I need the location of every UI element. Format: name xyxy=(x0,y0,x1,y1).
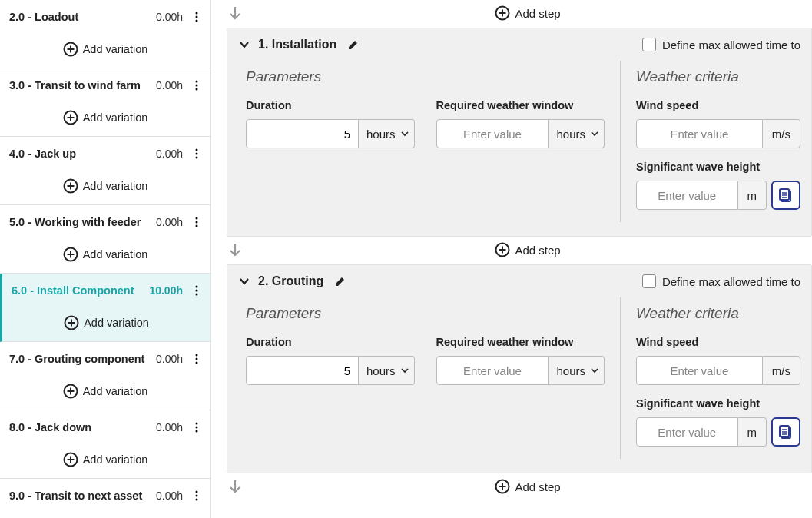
task-hours: 0.00h xyxy=(156,490,183,502)
wind-input[interactable] xyxy=(636,119,763,148)
task-item[interactable]: 7.0 - Grouting component 0.00h Add varia… xyxy=(0,342,210,410)
add-variation-label: Add variation xyxy=(83,385,148,397)
wind-input[interactable] xyxy=(636,356,763,385)
more-icon[interactable] xyxy=(189,281,204,300)
wind-unit[interactable]: m/s xyxy=(763,119,800,148)
wave-label: Significant wave height xyxy=(636,397,800,410)
edit-icon[interactable] xyxy=(331,275,346,287)
window-label: Required weather window xyxy=(436,99,605,111)
step-block: 2. Grouting Define max allowed time to P… xyxy=(227,264,812,473)
plus-circle-icon xyxy=(63,247,78,262)
parameters-heading: Parameters xyxy=(246,68,605,85)
plus-circle-icon xyxy=(63,452,78,467)
duration-input[interactable] xyxy=(246,356,359,385)
define-max-checkbox[interactable] xyxy=(642,38,656,51)
add-variation-button[interactable]: Add variation xyxy=(0,171,210,204)
add-variation-label: Add variation xyxy=(83,453,148,466)
arrow-down-icon xyxy=(227,478,244,495)
calculator-button[interactable] xyxy=(771,181,800,210)
wind-label: Wind speed xyxy=(636,99,800,111)
task-item[interactable]: 9.0 - Transit to next asset 0.00h Add va… xyxy=(0,479,210,518)
add-variation-label: Add variation xyxy=(83,43,148,55)
window-input[interactable] xyxy=(436,119,549,148)
task-item[interactable]: 5.0 - Working with feeder 0.00h Add vari… xyxy=(0,205,210,274)
more-icon[interactable] xyxy=(189,213,204,231)
calculator-button[interactable] xyxy=(771,417,800,447)
caret-icon xyxy=(400,366,409,375)
plus-circle-icon xyxy=(63,42,78,57)
duration-label: Duration xyxy=(246,336,415,348)
wave-label: Significant wave height xyxy=(636,161,800,173)
add-step-button[interactable]: Add step xyxy=(244,5,812,21)
more-icon[interactable] xyxy=(189,8,204,26)
task-hours: 0.00h xyxy=(156,148,183,160)
add-variation-button[interactable]: Add variation xyxy=(0,102,210,136)
more-icon[interactable] xyxy=(189,76,204,95)
add-variation-label: Add variation xyxy=(84,317,149,329)
duration-input[interactable] xyxy=(246,119,359,148)
window-unit-select[interactable]: hours xyxy=(549,119,605,148)
task-item[interactable]: 3.0 - Transit to wind farm 0.00h Add var… xyxy=(0,68,210,137)
add-variation-label: Add variation xyxy=(83,111,148,124)
task-title: 2.0 - Loadout xyxy=(9,11,150,23)
wave-input[interactable] xyxy=(636,181,738,210)
define-max-label: Define max allowed time to xyxy=(662,38,800,51)
add-variation-button[interactable]: Add variation xyxy=(2,307,210,341)
edit-icon[interactable] xyxy=(344,38,360,51)
define-max-checkbox[interactable] xyxy=(642,274,656,288)
task-hours: 0.00h xyxy=(156,421,183,433)
add-variation-button[interactable]: Add variation xyxy=(0,444,210,478)
duration-label: Duration xyxy=(246,99,415,111)
wave-input[interactable] xyxy=(636,417,738,447)
task-item[interactable]: 6.0 - Install Component 10.00h Add varia… xyxy=(0,274,210,342)
duration-unit-select[interactable]: hours xyxy=(359,119,415,148)
more-icon[interactable] xyxy=(189,144,204,163)
plus-circle-icon xyxy=(63,178,78,194)
plus-circle-icon xyxy=(63,384,78,399)
task-title: 8.0 - Jack down xyxy=(9,421,150,433)
weather-heading: Weather criteria xyxy=(636,68,800,85)
arrow-down-icon xyxy=(227,241,244,258)
task-hours: 0.00h xyxy=(156,11,183,23)
task-item[interactable]: 8.0 - Jack down 0.00h Add variation xyxy=(0,410,210,479)
plus-circle-icon xyxy=(64,315,79,330)
sidebar: 2.0 - Loadout 0.00h Add variation 3.0 - … xyxy=(0,0,211,518)
task-hours: 0.00h xyxy=(156,79,183,91)
chevron-down-icon[interactable] xyxy=(238,38,250,51)
define-max-label: Define max allowed time to xyxy=(662,275,800,288)
add-step-label: Add step xyxy=(515,480,560,493)
add-variation-button[interactable]: Add variation xyxy=(0,513,210,518)
add-variation-button[interactable]: Add variation xyxy=(0,239,210,273)
more-icon[interactable] xyxy=(189,418,204,437)
step-title: 1. Installation xyxy=(258,38,336,51)
window-label: Required weather window xyxy=(436,336,605,348)
step-title: 2. Grouting xyxy=(258,274,323,288)
add-variation-label: Add variation xyxy=(83,180,148,192)
parameters-heading: Parameters xyxy=(246,305,605,322)
add-variation-button[interactable]: Add variation xyxy=(0,376,210,410)
caret-icon xyxy=(400,129,409,138)
task-hours: 0.00h xyxy=(156,353,183,365)
add-variation-button[interactable]: Add variation xyxy=(0,34,210,68)
more-icon[interactable] xyxy=(189,350,204,368)
task-title: 7.0 - Grouting component xyxy=(9,353,150,365)
arrow-down-icon xyxy=(227,5,244,22)
task-hours: 10.00h xyxy=(149,284,183,297)
add-variation-label: Add variation xyxy=(83,248,148,261)
wind-unit[interactable]: m/s xyxy=(763,356,800,385)
caret-icon xyxy=(590,129,599,138)
add-step-button[interactable]: Add step xyxy=(244,242,812,257)
window-unit-select[interactable]: hours xyxy=(549,356,605,385)
duration-unit-select[interactable]: hours xyxy=(359,356,415,385)
wave-unit[interactable]: m xyxy=(738,417,767,447)
task-title: 3.0 - Transit to wind farm xyxy=(9,79,150,91)
task-item[interactable]: 2.0 - Loadout 0.00h Add variation xyxy=(0,0,210,68)
task-item[interactable]: 4.0 - Jack up 0.00h Add variation xyxy=(0,137,210,205)
main-panel: Add step 1. Installation Define max allo… xyxy=(211,0,812,518)
chevron-down-icon[interactable] xyxy=(238,275,250,287)
task-title: 4.0 - Jack up xyxy=(9,148,150,160)
window-input[interactable] xyxy=(436,356,549,385)
wave-unit[interactable]: m xyxy=(738,181,767,210)
add-step-button[interactable]: Add step xyxy=(244,479,812,494)
more-icon[interactable] xyxy=(189,486,204,505)
